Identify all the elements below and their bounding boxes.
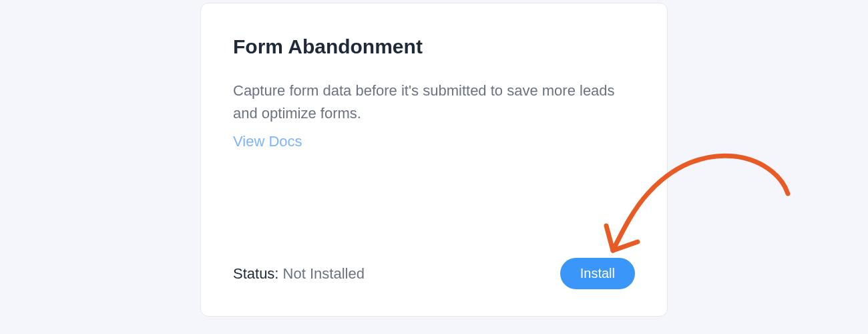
status-value: Not Installed xyxy=(283,265,365,282)
spacer xyxy=(233,150,635,238)
addon-card: Form Abandonment Capture form data befor… xyxy=(200,3,668,317)
card-description: Capture form data before it's submitted … xyxy=(233,79,635,125)
card-footer: Status: Not Installed Install xyxy=(233,258,635,289)
install-button[interactable]: Install xyxy=(560,258,635,289)
status-text: Status: Not Installed xyxy=(233,265,365,283)
card-title: Form Abandonment xyxy=(233,35,635,58)
view-docs-link[interactable]: View Docs xyxy=(233,133,635,150)
status-label: Status: xyxy=(233,265,278,282)
